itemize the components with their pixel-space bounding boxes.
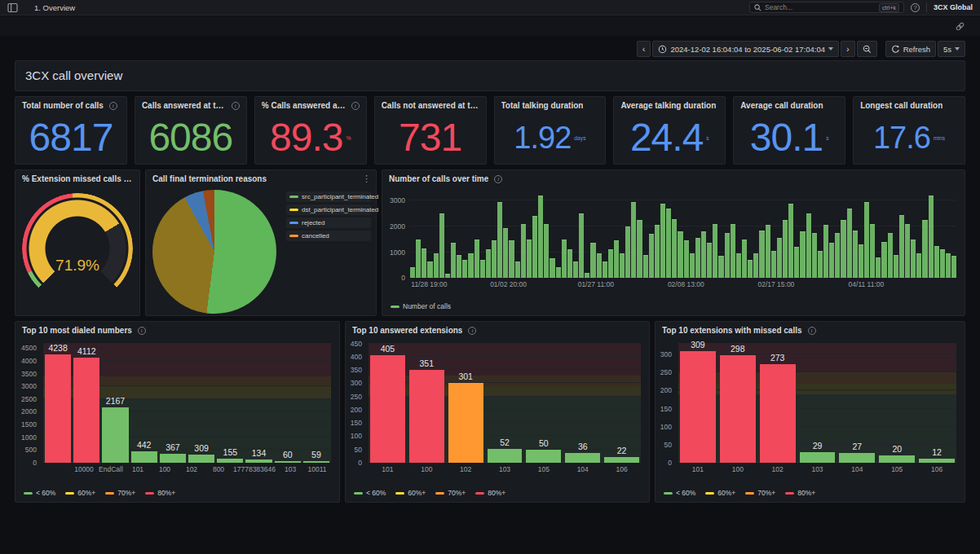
timeseries-bar[interactable] xyxy=(486,249,491,278)
timeseries-bar[interactable] xyxy=(759,231,764,278)
timeseries-bar[interactable] xyxy=(422,248,426,278)
timeseries-bar[interactable] xyxy=(835,233,840,278)
timeseries-bar[interactable] xyxy=(468,253,473,278)
timeseries-bar[interactable] xyxy=(934,246,939,278)
legend-item[interactable]: 70%+ xyxy=(435,489,466,497)
timeseries-bar[interactable] xyxy=(748,260,753,278)
timeseries-bar[interactable] xyxy=(742,240,747,278)
timeseries-bar[interactable] xyxy=(608,249,613,278)
bar[interactable] xyxy=(488,449,523,463)
bar[interactable] xyxy=(303,461,329,463)
bar[interactable] xyxy=(879,455,915,463)
timeseries-plot[interactable] xyxy=(410,193,956,278)
bar-column[interactable]: 50 xyxy=(526,343,561,463)
timeseries-bar[interactable] xyxy=(888,233,893,278)
bar-column[interactable]: 52 xyxy=(488,343,523,463)
bar-column[interactable]: 134 xyxy=(245,343,271,463)
timeseries-bar[interactable] xyxy=(731,224,735,278)
timeseries-bar[interactable] xyxy=(503,228,508,278)
panel-title[interactable]: Calls not answered at the end xyxy=(382,101,479,110)
panel-title[interactable]: % Extension missed calls ratio xyxy=(22,174,133,183)
timeseries-bar[interactable] xyxy=(806,213,811,278)
timeseries-bar[interactable] xyxy=(579,213,584,278)
panel-title[interactable]: Total talking duration xyxy=(501,101,584,110)
timeseries-bar[interactable] xyxy=(847,209,852,278)
timeseries-bar[interactable] xyxy=(567,249,572,278)
timeseries-bar[interactable] xyxy=(544,224,549,278)
timeseries-bar[interactable] xyxy=(620,253,625,278)
timeseries-bar[interactable] xyxy=(946,253,951,278)
timeseries-bar[interactable] xyxy=(445,274,450,278)
bar-column[interactable]: 309 xyxy=(680,343,716,463)
timeseries-bar[interactable] xyxy=(818,251,823,278)
panel-title[interactable]: Call final termination reasons xyxy=(152,174,267,183)
timeseries-bar[interactable] xyxy=(625,226,630,278)
timeseries-bar[interactable] xyxy=(718,256,723,278)
bar[interactable] xyxy=(448,383,483,463)
panel-title[interactable]: Number of calls over time xyxy=(389,174,488,183)
timeseries-bar[interactable] xyxy=(899,215,904,278)
zoom-out-button[interactable] xyxy=(857,41,877,57)
timeseries-bar[interactable] xyxy=(410,267,415,278)
timeseries-bar[interactable] xyxy=(416,240,421,278)
timeseries-bar[interactable] xyxy=(701,231,706,278)
timeseries-bar[interactable] xyxy=(812,233,817,278)
bar[interactable] xyxy=(720,355,756,463)
timeseries-bar[interactable] xyxy=(894,255,898,278)
sidebar-toggle-icon[interactable] xyxy=(7,2,18,13)
help-icon[interactable]: ? xyxy=(911,3,920,12)
timeseries-bar[interactable] xyxy=(427,262,432,278)
legend-item[interactable]: Number of calls xyxy=(391,302,451,310)
bar-column[interactable]: 301 xyxy=(448,343,483,463)
timeseries-bar[interactable] xyxy=(672,219,677,278)
info-icon[interactable]: i xyxy=(109,102,117,110)
breadcrumb[interactable]: 1. Overview xyxy=(34,3,75,12)
timeseries-bar[interactable] xyxy=(876,257,881,278)
bar[interactable] xyxy=(245,459,271,463)
bar[interactable] xyxy=(102,407,128,463)
panel-title[interactable]: Top 10 answered extensions xyxy=(352,326,462,335)
bar[interactable] xyxy=(526,450,561,463)
bar[interactable] xyxy=(73,358,99,463)
timeseries-bar[interactable] xyxy=(916,253,921,278)
timeseries-bar[interactable] xyxy=(864,202,869,278)
legend-item[interactable]: 70%+ xyxy=(745,489,775,497)
bar-column[interactable]: 12 xyxy=(919,343,955,463)
timeseries-bar[interactable] xyxy=(870,224,875,278)
bar-plot[interactable]: 4238411221674423673091551346059 xyxy=(43,343,331,463)
bar[interactable] xyxy=(217,459,243,463)
timeseries-bar[interactable] xyxy=(940,249,945,278)
legend-item[interactable]: < 60% xyxy=(354,489,386,497)
timeseries-bar[interactable] xyxy=(562,240,567,278)
legend-item[interactable]: 60%+ xyxy=(65,489,95,497)
info-icon[interactable]: i xyxy=(351,102,360,110)
timeseries-bar[interactable] xyxy=(538,196,543,278)
timeseries-bar[interactable] xyxy=(637,220,642,278)
bar-column[interactable]: 20 xyxy=(879,343,915,463)
timeseries-bar[interactable] xyxy=(590,243,595,278)
timeseries-bar[interactable] xyxy=(434,253,439,278)
timeseries-bar[interactable] xyxy=(597,253,602,278)
timeseries-bar[interactable] xyxy=(707,243,712,278)
panel-menu-icon[interactable]: ⋮ xyxy=(362,174,371,184)
bar[interactable] xyxy=(919,459,955,463)
bar-column[interactable]: 27 xyxy=(839,343,875,463)
bar-column[interactable]: 273 xyxy=(760,343,796,463)
info-icon[interactable]: i xyxy=(468,327,476,335)
bar[interactable] xyxy=(800,452,836,463)
timeseries-bar[interactable] xyxy=(736,253,741,278)
timeseries-bar[interactable] xyxy=(497,202,502,278)
timeseries-bar[interactable] xyxy=(922,220,927,278)
legend-item[interactable]: 60%+ xyxy=(705,489,735,497)
legend-item[interactable]: 70%+ xyxy=(105,489,135,497)
timeseries-bar[interactable] xyxy=(585,273,589,278)
timeseries-bar[interactable] xyxy=(794,247,799,278)
bar-column[interactable]: 351 xyxy=(409,343,444,463)
timeseries-bar[interactable] xyxy=(800,231,805,278)
legend-item[interactable]: 80%+ xyxy=(145,489,175,497)
timeseries-bar[interactable] xyxy=(573,262,578,278)
timeseries-bar[interactable] xyxy=(905,224,910,278)
timeseries-bar[interactable] xyxy=(631,202,636,278)
timeseries-bar[interactable] xyxy=(603,262,607,278)
bar-column[interactable]: 309 xyxy=(188,343,214,463)
